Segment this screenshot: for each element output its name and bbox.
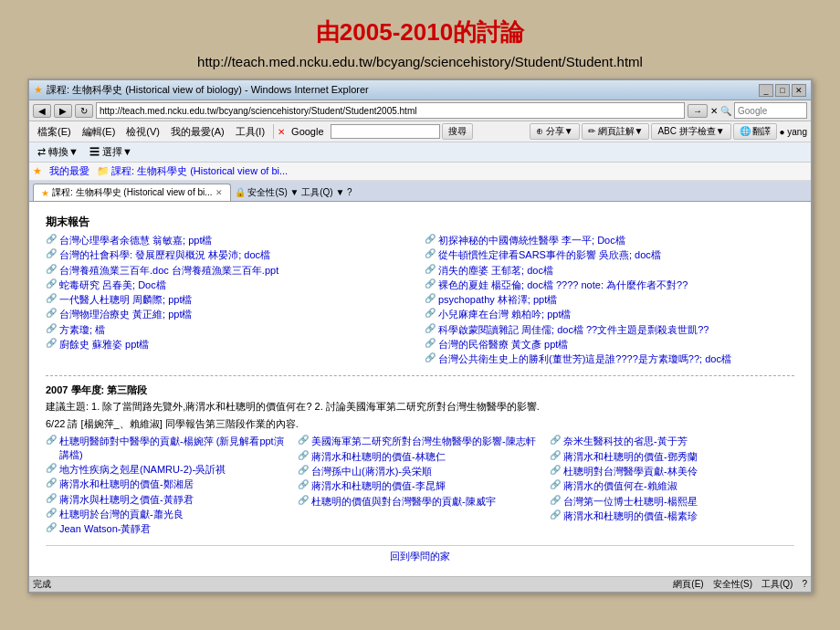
link-text[interactable]: 從牛頓慣性定律看SARS事件的影響 吳欣燕; doc檔 — [438, 248, 661, 261]
status-text: 完成 — [33, 578, 51, 591]
right-link-item: 🔗小兒麻痺在台灣 賴柏吟; ppt檔 — [425, 308, 794, 320]
tools-menu[interactable]: 工具(Q) — [761, 578, 793, 591]
link-text[interactable]: 奈米生醫科技的省思-黃于芳 — [563, 435, 688, 447]
close-tab-icon[interactable]: ✕ — [278, 127, 285, 137]
back-button[interactable]: ◀ — [33, 104, 51, 118]
menu-tools[interactable]: 工具(I) — [231, 124, 269, 140]
tab-link[interactable]: 📁 課程: 生物科學史 (Historical view of bi... — [97, 164, 288, 178]
tab-close-btn[interactable]: ✕ — [215, 188, 223, 197]
link-text[interactable]: 台灣心理學者余德慧 翁敏嘉; ppt檔 — [59, 234, 212, 247]
google-search-input[interactable] — [331, 124, 440, 139]
col1-link-item: 🔗蔣渭水和杜聰明的價值-鄭湘居 — [46, 478, 290, 490]
right-link-item: 🔗從牛頓慣性定律看SARS事件的影響 吳欣燕; doc檔 — [425, 248, 794, 261]
select-btn[interactable]: ☰ 選擇▼ — [85, 144, 137, 160]
left-link-item: 🔗台灣物理治療史 黃正維; ppt檔 — [46, 308, 415, 320]
slide-title: 由2005-2010的討論 — [316, 16, 524, 48]
link-text[interactable]: 台灣公共衛生史上的勝利(董世芳)這是誰????是方素瓊嗎??; doc檔 — [438, 352, 731, 365]
link-text[interactable]: 裸色的夏娃 楊亞倫; doc檔 ???? note: 為什麼作者不對?? — [438, 278, 688, 291]
col3: 🔗奈米生醫科技的省思-黃于芳🔗蔣渭水和杜聰明的價值-鄧秀蘭🔗杜聰明對台灣醫學貢獻… — [550, 435, 794, 537]
maximize-button[interactable]: □ — [775, 84, 790, 97]
security-menu[interactable]: 安全性(S) — [713, 578, 752, 591]
link-text[interactable]: 杜聰明的價值與對台灣醫學的貢獻-陳威宇 — [311, 495, 496, 508]
link-text[interactable]: 小兒麻痺在台灣 賴柏吟; ppt檔 — [438, 308, 571, 320]
link-text[interactable]: 台灣第一位博士杜聰明-楊熙星 — [563, 495, 698, 508]
link-icon: 🔗 — [298, 465, 309, 475]
go-button[interactable]: → — [688, 104, 708, 118]
spell-btn[interactable]: ABC 拼字檢查▼ — [651, 123, 730, 140]
slide-url: http://teach.med.ncku.edu.tw/bcyang/scie… — [197, 54, 643, 69]
close-button[interactable]: ✕ — [792, 84, 806, 97]
link-text[interactable]: 地方性疾病之剋星(NAMRU-2)-吳訢祺 — [59, 463, 226, 476]
link-text[interactable]: 蔣渭水和杜聰明的價值-林聰仁 — [311, 450, 446, 463]
link-text[interactable]: 廚餘史 蘇雅姿 ppt檔 — [59, 338, 149, 351]
link-text[interactable]: 台灣的民俗醫療 黃文彥 ppt檔 — [438, 338, 568, 351]
link-text[interactable]: 消失的塵婆 王郁茗; doc檔 — [438, 264, 553, 277]
link-text[interactable]: 蔣渭水的價值何在-賴維淑 — [563, 479, 677, 492]
col1-link-item: 🔗蔣渭水與杜聰明之價值-黃靜君 — [46, 493, 290, 506]
link-icon: 🔗 — [46, 338, 57, 348]
link-text[interactable]: psychopathy 林裕澤; ppt檔 — [438, 293, 557, 306]
link-icon: 🔗 — [46, 264, 57, 274]
link-text[interactable]: 一代醫人杜聰明 周麟際; ppt檔 — [59, 293, 192, 306]
webannot-btn[interactable]: ✏ 網頁註解▼ — [582, 123, 650, 140]
col2-link-item: 🔗杜聰明的價值與對台灣醫學的貢獻-陳威宇 — [298, 495, 542, 508]
home-link[interactable]: 回到學問的家 — [390, 551, 450, 562]
link-text[interactable]: 台灣孫中山(蔣渭水)-吳栄順 — [311, 465, 432, 478]
search-btn[interactable]: 搜尋 — [442, 123, 473, 140]
year-title: 2007 學年度: 第三階段 — [46, 383, 794, 397]
status-bar: 完成 網頁(E) 安全性(S) 工具(Q) ? — [29, 576, 811, 592]
active-tab[interactable]: ★ 課程: 生物科學史 (Historical view of bi... ✕ — [33, 184, 231, 201]
link-icon: 🔗 — [46, 234, 57, 244]
col2-link-item: 🔗美國海軍第二研究所對台灣生物醫學的影響-陳志軒 — [298, 435, 542, 447]
new-tab-btn[interactable]: 🔒 安全性(S) ▼ 工具(Q) ▼ ? — [231, 184, 356, 201]
link-text[interactable]: 台灣物理治療史 黃正維; ppt檔 — [59, 308, 192, 320]
share-btn[interactable]: ⊕ 分享▼ — [530, 123, 580, 140]
col1-link-item: 🔗杜聰明醫師對中醫學的貢獻-楊婉萍 (新見解看ppt演講檔) — [46, 435, 290, 461]
link-text[interactable]: 蛇毒研究 呂春美; Doc檔 — [59, 278, 166, 291]
menu-view[interactable]: 檢視(V) — [121, 124, 164, 140]
link-text[interactable]: 蔣渭水和杜聰明的價值-鄧秀蘭 — [563, 450, 698, 463]
link-icon: 🔗 — [46, 323, 57, 333]
page-icon: 🔒 — [235, 187, 246, 197]
link-text[interactable]: 科學啟蒙閱讀雜記 周佳儒; doc檔 ??文件主題是剽殺袁世凱?? — [438, 323, 709, 336]
menu-file[interactable]: 檔案(E) — [33, 124, 76, 140]
menu-favorites[interactable]: 我的最愛(A) — [166, 124, 229, 140]
browser-titlebar: ★ 課程: 生物科學史 (Historical view of biology)… — [29, 80, 811, 100]
security-zone: 安全性(S) ▼ — [247, 187, 299, 197]
menu-edit[interactable]: 編輯(E) — [78, 124, 121, 140]
link-icon: 🔗 — [46, 293, 57, 303]
link-text[interactable]: 蔣渭水和杜聰明的價值-李昆輝 — [311, 479, 446, 492]
col1: 🔗杜聰明醫師對中醫學的貢獻-楊婉萍 (新見解看ppt演講檔)🔗地方性疾病之剋星(… — [46, 435, 290, 537]
search-input[interactable] — [734, 102, 807, 119]
right-link-item: 🔗台灣公共衛生史上的勝利(董世芳)這是誰????是方素瓊嗎??; doc檔 — [425, 352, 794, 365]
browser-content: 期末報告 🔗台灣心理學者余德慧 翁敏嘉; ppt檔🔗台灣的社會科學: 發展歷程與… — [29, 202, 811, 576]
three-col-links: 🔗杜聰明醫師對中醫學的貢獻-楊婉萍 (新見解看ppt演講檔)🔗地方性疾病之剋星(… — [46, 435, 794, 537]
link-text[interactable]: 蔣渭水和杜聰明的價值-鄭湘居 — [59, 478, 194, 490]
favorites-link[interactable]: 我的最愛 — [49, 164, 89, 178]
link-icon: 🔗 — [425, 338, 436, 348]
link-icon: 🔗 — [550, 450, 561, 460]
forward-button[interactable]: ▶ — [54, 104, 72, 118]
link-text[interactable]: 杜聰明醫師對中醫學的貢獻-楊婉萍 (新見解看ppt演講檔) — [59, 435, 290, 461]
link-text[interactable]: 美國海軍第二研究所對台灣生物醫學的影響-陳志軒 — [311, 435, 536, 447]
address-input[interactable] — [96, 102, 685, 119]
help-btn[interactable]: ? — [802, 579, 807, 589]
link-text[interactable]: 台灣養殖漁業三百年.doc 台灣養殖漁業三百年.ppt — [59, 264, 278, 277]
link-text[interactable]: 方素瓊; 檔 — [59, 323, 105, 336]
link-icon: 🔗 — [46, 308, 57, 318]
page-menu[interactable]: 網頁(E) — [673, 578, 703, 591]
link-text[interactable]: 初探神秘的中國傳統性醫學 李一平; Doc檔 — [438, 234, 625, 247]
help-icon: ? — [347, 187, 352, 197]
refresh-button[interactable]: ↻ — [75, 104, 93, 118]
stop-icon: ✕ — [710, 106, 718, 116]
link-text[interactable]: 台灣的社會科學: 發展歷程與概況 林晏沛; doc檔 — [59, 248, 270, 261]
minimize-button[interactable]: _ — [759, 84, 773, 97]
link-text[interactable]: 杜聰明對台灣醫學貢獻-林美伶 — [563, 465, 698, 478]
link-text[interactable]: Jean Watson-黃靜君 — [59, 522, 151, 535]
convert-btn[interactable]: ⇄ 轉換▼ — [33, 144, 83, 160]
translate-btn[interactable]: 🌐 翻譯 — [733, 123, 778, 140]
link-text[interactable]: 蔣渭水和杜聰明的價值-楊素珍 — [563, 509, 698, 522]
link-text[interactable]: 蔣渭水與杜聰明之價值-黃靜君 — [59, 493, 194, 506]
tab-favicon: ★ — [41, 188, 49, 198]
link-text[interactable]: 杜聰明於台灣的貢獻-蕭光良 — [59, 508, 184, 520]
